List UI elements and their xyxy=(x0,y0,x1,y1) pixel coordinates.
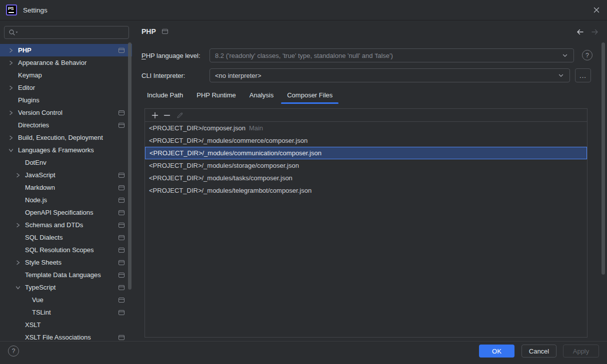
settings-tree: PHPAppearance & BehaviorKeymapEditorPlug… xyxy=(0,44,132,341)
cancel-button[interactable]: Cancel xyxy=(522,345,556,358)
chevron-right-icon[interactable] xyxy=(7,134,15,142)
main-scrollbar[interactable] xyxy=(602,42,605,275)
composer-file-row[interactable]: <PROJECT_DIR>/_modules/communication/com… xyxy=(145,147,587,159)
sidebar-item-dotenv[interactable]: DotEnv xyxy=(0,156,132,169)
chevron-spacer xyxy=(21,296,29,304)
sidebar-item-label: JavaScript xyxy=(25,171,118,179)
sidebar-item-directories[interactable]: Directories xyxy=(0,119,132,131)
sidebar-item-xslt[interactable]: XSLT xyxy=(0,319,132,331)
sidebar-item-sql-resolution-scopes[interactable]: SQL Resolution Scopes xyxy=(0,244,132,256)
composer-file-path: <PROJECT_DIR>/_modules/tasks/composer.js… xyxy=(149,174,292,182)
chevron-down-icon[interactable] xyxy=(7,146,15,154)
settings-search-box[interactable] xyxy=(4,26,129,39)
dialog-help-button[interactable]: ? xyxy=(8,346,19,357)
sidebar-item-label: Template Data Languages xyxy=(25,271,118,279)
forward-arrow-icon[interactable] xyxy=(590,28,599,36)
cli-interpreter-select[interactable]: <no interpreter> xyxy=(210,68,570,82)
sidebar-item-template-data-languages[interactable]: Template Data Languages xyxy=(0,269,132,281)
sidebar-item-markdown[interactable]: Markdown xyxy=(0,181,132,194)
remove-button[interactable] xyxy=(161,110,173,121)
sidebar-item-typescript[interactable]: TypeScript xyxy=(0,281,132,294)
chevron-right-icon[interactable] xyxy=(14,259,22,267)
ok-button[interactable]: OK xyxy=(479,345,514,358)
chevron-spacer xyxy=(7,96,15,104)
composer-file-row[interactable]: <PROJECT_DIR>/_modules/tasks/composer.js… xyxy=(145,172,587,184)
sidebar-scrollbar[interactable] xyxy=(128,42,132,290)
tab-php-runtime[interactable]: PHP Runtime xyxy=(190,88,242,104)
sidebar-item-schemas-and-dtds[interactable]: Schemas and DTDs xyxy=(0,219,132,231)
sidebar-item-openapi-specifications[interactable]: OpenAPI Specifications xyxy=(0,206,132,219)
sidebar-item-appearance-behavior[interactable]: Appearance & Behavior xyxy=(0,56,132,69)
sidebar-item-label: SQL Dialects xyxy=(25,234,118,241)
tab-strip: Include PathPHP RuntimeAnalysisComposer … xyxy=(141,88,340,104)
chevron-spacer xyxy=(7,71,15,79)
sidebar-item-editor[interactable]: Editor xyxy=(0,81,132,94)
composer-file-row[interactable]: <PROJECT_DIR>/composer.jsonMain xyxy=(145,122,587,134)
settings-scope-icon xyxy=(118,184,126,192)
sidebar-item-vue[interactable]: Vue xyxy=(0,294,132,306)
help-icon: ? xyxy=(8,346,19,357)
sidebar-item-tslint[interactable]: TSLint xyxy=(0,306,132,319)
composer-file-row[interactable]: <PROJECT_DIR>/_modules/storage/composer.… xyxy=(145,159,587,172)
sidebar-item-build-execution-deployment[interactable]: Build, Execution, Deployment xyxy=(0,131,132,144)
php-language-level-select[interactable]: 8.2 ('readonly' classes, 'true' type, st… xyxy=(210,48,574,62)
tab-composer-files[interactable]: Composer Files xyxy=(281,88,338,104)
sidebar-item-xslt-file-associations[interactable]: XSLT File Associations xyxy=(0,331,132,341)
sidebar-item-label: Directories xyxy=(18,121,118,129)
chevron-right-icon[interactable] xyxy=(7,84,15,92)
sidebar-item-languages-frameworks[interactable]: Languages & Frameworks xyxy=(0,144,132,156)
chevron-right-icon[interactable] xyxy=(7,59,15,67)
sidebar-item-version-control[interactable]: Version Control xyxy=(0,106,132,119)
browse-interpreters-button[interactable]: ... xyxy=(575,68,591,82)
settings-scope-icon xyxy=(118,109,126,117)
sidebar-item-node-js[interactable]: Node.js xyxy=(0,194,132,206)
chevron-right-icon[interactable] xyxy=(14,171,22,179)
back-arrow-icon[interactable] xyxy=(576,28,584,36)
sidebar-item-php[interactable]: PHP xyxy=(0,44,132,56)
settings-scope-icon xyxy=(118,296,126,304)
title-bar: PS Settings xyxy=(0,0,607,20)
phpstorm-logo-underline xyxy=(8,12,14,13)
search-input[interactable] xyxy=(22,29,126,36)
sidebar-item-label: PHP xyxy=(18,46,118,54)
phpstorm-logo-icon: PS xyxy=(6,4,17,15)
composer-file-row[interactable]: <PROJECT_DIR>/_modules/telegrambot/compo… xyxy=(145,184,587,197)
sidebar-item-label: Node.js xyxy=(25,196,118,204)
close-icon[interactable] xyxy=(589,0,604,20)
sidebar-item-label: SQL Resolution Scopes xyxy=(25,246,118,254)
php-language-level-label: PHP language level: xyxy=(142,48,200,62)
sidebar-item-label: Markdown xyxy=(25,184,118,191)
tab-analysis[interactable]: Analysis xyxy=(244,88,280,104)
chevron-down-icon[interactable] xyxy=(14,284,22,292)
settings-scope-icon xyxy=(118,209,126,217)
chevron-spacer xyxy=(14,209,22,217)
sidebar-item-javascript[interactable]: JavaScript xyxy=(0,169,132,181)
chevron-right-icon[interactable] xyxy=(7,46,15,54)
composer-file-badge: Main xyxy=(249,124,263,132)
chevron-right-icon[interactable] xyxy=(14,221,22,229)
edit-button[interactable] xyxy=(174,110,186,121)
sidebar-item-label: TSLint xyxy=(32,309,118,316)
php-level-help-button[interactable]: ? xyxy=(582,50,592,60)
sidebar-item-keymap[interactable]: Keymap xyxy=(0,69,132,81)
composer-file-row[interactable]: <PROJECT_DIR>/_modules/commerce/composer… xyxy=(145,134,587,147)
php-language-level-value: 8.2 ('readonly' classes, 'true' type, st… xyxy=(215,52,562,59)
sidebar-item-style-sheets[interactable]: Style Sheets xyxy=(0,256,132,269)
chevron-down-icon xyxy=(562,52,568,59)
apply-button[interactable]: Apply xyxy=(563,345,599,358)
chevron-spacer xyxy=(14,334,22,342)
settings-scope-icon xyxy=(118,171,126,179)
chevron-spacer xyxy=(14,234,22,242)
window-title: Settings xyxy=(23,6,48,14)
add-button[interactable] xyxy=(149,110,161,121)
chevron-down-icon xyxy=(558,72,564,79)
chevron-spacer xyxy=(14,196,22,204)
tab-include-path[interactable]: Include Path xyxy=(141,88,189,104)
chevron-right-icon[interactable] xyxy=(7,109,15,117)
settings-scope-icon xyxy=(118,271,126,279)
sidebar-item-sql-dialects[interactable]: SQL Dialects xyxy=(0,231,132,244)
settings-scope-icon xyxy=(118,196,126,204)
sidebar-item-plugins[interactable]: Plugins xyxy=(0,94,132,106)
sidebar-item-label: Plugins xyxy=(18,96,132,104)
composer-file-path: <PROJECT_DIR>/composer.json xyxy=(149,124,246,132)
